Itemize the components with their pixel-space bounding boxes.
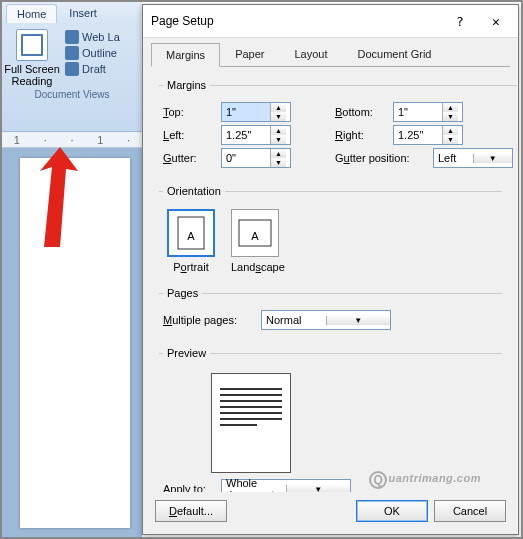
preview-group: Preview Apply to: Whole document▼ xyxy=(159,347,502,492)
left-input[interactable] xyxy=(222,126,270,144)
multiple-pages-label: Multiple pages: xyxy=(163,314,253,326)
top-up[interactable]: ▲ xyxy=(271,103,286,112)
right-down[interactable]: ▼ xyxy=(443,135,458,144)
outline-icon xyxy=(65,46,79,60)
margins-group: Margins Top: ▲▼ Bottom: ▲▼ Left: ▲▼ Righ… xyxy=(159,79,517,181)
gutter-pos-value: Left xyxy=(434,152,473,164)
tab-layout[interactable]: Layout xyxy=(279,42,342,66)
portrait-label: Portrait xyxy=(167,261,215,273)
gutter-pos-label: Gutter position: xyxy=(335,152,425,164)
right-input[interactable] xyxy=(394,126,442,144)
portrait-icon: A xyxy=(167,209,215,257)
right-label: Right: xyxy=(335,129,385,141)
tab-margins[interactable]: Margins xyxy=(151,43,220,67)
dialog-title: Page Setup xyxy=(151,14,214,28)
draft-icon xyxy=(65,62,79,76)
ribbon: Home Insert Full Screen Reading Web La O… xyxy=(2,2,142,132)
top-down[interactable]: ▼ xyxy=(271,112,286,121)
margins-group-label: Margins xyxy=(163,79,210,91)
gutter-input[interactable] xyxy=(222,149,270,167)
apply-to-label: Apply to: xyxy=(163,483,213,492)
default-button[interactable]: Default... xyxy=(155,500,227,522)
svg-text:A: A xyxy=(187,230,195,242)
ok-button[interactable]: OK xyxy=(356,500,428,522)
gutter-down[interactable]: ▼ xyxy=(271,158,286,167)
right-up[interactable]: ▲ xyxy=(443,126,458,135)
cancel-button[interactable]: Cancel xyxy=(434,500,506,522)
help-button[interactable]: ? xyxy=(446,11,474,31)
portrait-option[interactable]: A Portrait xyxy=(167,209,215,273)
gutter-spinner[interactable]: ▲▼ xyxy=(221,148,291,168)
landscape-option[interactable]: A Landscape xyxy=(231,209,285,273)
right-spinner[interactable]: ▲▼ xyxy=(393,125,463,145)
bottom-down[interactable]: ▼ xyxy=(443,112,458,121)
multiple-pages-select[interactable]: Normal▼ xyxy=(261,310,391,330)
full-screen-reading-button[interactable]: Full Screen Reading xyxy=(4,29,60,87)
chevron-down-icon[interactable]: ▼ xyxy=(326,316,391,325)
landscape-icon: A xyxy=(231,209,279,257)
svg-text:A: A xyxy=(251,230,259,242)
top-input[interactable] xyxy=(222,103,270,121)
full-screen-label-2: Reading xyxy=(4,75,60,87)
top-label: Top: xyxy=(163,106,213,118)
top-spinner[interactable]: ▲▼ xyxy=(221,102,291,122)
ribbon-group-label: Document Views xyxy=(4,89,140,100)
pages-group-label: Pages xyxy=(163,287,202,299)
dialog-titlebar[interactable]: Page Setup ? ✕ xyxy=(143,5,518,38)
apply-to-value: Whole document xyxy=(222,477,286,492)
orientation-label: Orientation xyxy=(163,185,225,197)
pages-group: Pages Multiple pages: Normal▼ xyxy=(159,287,502,343)
bottom-label: Bottom: xyxy=(335,106,385,118)
left-up[interactable]: ▲ xyxy=(271,126,286,135)
left-down[interactable]: ▼ xyxy=(271,135,286,144)
landscape-label: Landscape xyxy=(231,261,285,273)
gutter-pos-select[interactable]: Left▼ xyxy=(433,148,513,168)
bottom-spinner[interactable]: ▲▼ xyxy=(393,102,463,122)
page-setup-dialog: Page Setup ? ✕ Margins Paper Layout Docu… xyxy=(142,4,519,535)
bottom-up[interactable]: ▲ xyxy=(443,103,458,112)
document-area xyxy=(2,148,142,537)
bottom-input[interactable] xyxy=(394,103,442,121)
multiple-pages-value: Normal xyxy=(262,314,326,326)
ribbon-tab-insert[interactable]: Insert xyxy=(59,4,107,23)
ribbon-tab-home[interactable]: Home xyxy=(6,4,57,23)
left-spinner[interactable]: ▲▼ xyxy=(221,125,291,145)
chevron-down-icon[interactable]: ▼ xyxy=(286,485,351,493)
preview-thumbnail xyxy=(211,373,291,473)
gutter-up[interactable]: ▲ xyxy=(271,149,286,158)
dialog-tabs: Margins Paper Layout Document Grid xyxy=(143,38,518,66)
apply-to-select[interactable]: Whole document▼ xyxy=(221,479,351,492)
close-button[interactable]: ✕ xyxy=(482,11,510,31)
web-layout-icon xyxy=(65,30,79,44)
tab-document-grid[interactable]: Document Grid xyxy=(343,42,447,66)
left-label: Left: xyxy=(163,129,213,141)
full-screen-label-1: Full Screen xyxy=(4,63,60,75)
outline-button[interactable]: Outline xyxy=(65,45,120,61)
full-screen-icon xyxy=(16,29,48,61)
chevron-down-icon[interactable]: ▼ xyxy=(473,154,513,163)
orientation-group: Orientation A Portrait A Landscape xyxy=(159,185,502,283)
gutter-label: Gutter: xyxy=(163,152,213,164)
preview-label: Preview xyxy=(163,347,210,359)
web-layout-button[interactable]: Web La xyxy=(65,29,120,45)
tab-paper[interactable]: Paper xyxy=(220,42,279,66)
document-page[interactable] xyxy=(20,158,130,528)
draft-button[interactable]: Draft xyxy=(65,61,120,77)
horizontal-ruler[interactable]: 1··1· xyxy=(2,132,142,148)
